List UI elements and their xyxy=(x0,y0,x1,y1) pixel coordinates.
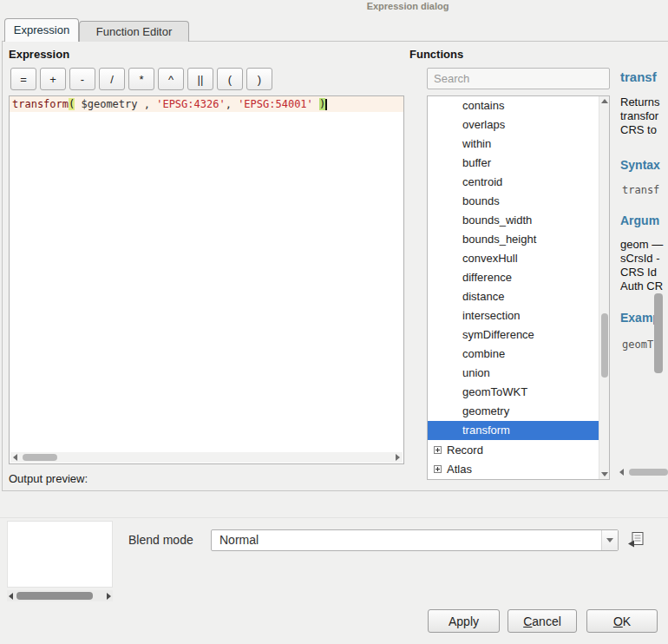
tab-expression[interactable]: Expression xyxy=(4,18,79,42)
preview-horizontal-scrollbar[interactable] xyxy=(7,590,113,601)
preview-box xyxy=(7,521,113,588)
function-list-item[interactable]: bounds_width xyxy=(428,211,599,230)
help-function-title: transf xyxy=(620,69,657,84)
function-list-item[interactable]: convexHull xyxy=(428,249,599,268)
function-list-item[interactable]: combine xyxy=(428,345,599,364)
help-description-line: Returns xyxy=(620,95,660,109)
operator-power-button[interactable]: ^ xyxy=(158,68,184,90)
ok-button[interactable]: OK xyxy=(586,609,658,633)
operator-concat-button[interactable]: || xyxy=(187,68,213,90)
operator-close-paren-button[interactable]: ) xyxy=(246,68,272,90)
scrollbar-thumb[interactable] xyxy=(16,592,93,600)
data-defined-override-icon xyxy=(627,530,645,549)
help-argument-line: sCrsId - xyxy=(620,252,663,266)
function-list-item[interactable]: contains xyxy=(428,96,599,115)
expression-editor[interactable]: transform( $geometry , 'EPSG:4326', 'EPS… xyxy=(9,95,404,464)
expression-code-line: transform( $geometry , 'EPSG:4326', 'EPS… xyxy=(10,96,403,112)
cancel-button[interactable]: Cancel xyxy=(508,609,577,633)
help-horizontal-scrollbar[interactable] xyxy=(618,467,668,477)
operator-equals-button[interactable]: = xyxy=(10,68,36,90)
help-syntax-code: transf xyxy=(622,184,659,196)
function-list-item[interactable]: union xyxy=(428,364,599,383)
help-argument-line: CRS Id xyxy=(620,266,663,279)
function-group-atlas[interactable]: Atlas xyxy=(428,459,599,478)
function-list-rows: contains overlaps within buffer centroid… xyxy=(428,96,599,478)
scrollbar-thumb[interactable] xyxy=(629,469,668,476)
section-divider xyxy=(0,517,668,518)
scroll-left-icon[interactable] xyxy=(9,593,13,600)
operator-minus-button[interactable]: - xyxy=(69,68,95,90)
blend-mode-combobox[interactable]: Normal xyxy=(211,529,619,551)
scrollbar-thumb[interactable] xyxy=(23,454,57,461)
function-list-item-selected[interactable]: transform xyxy=(428,421,599,440)
function-list: contains overlaps within buffer centroid… xyxy=(427,95,610,480)
scroll-right-icon[interactable] xyxy=(107,593,111,600)
data-defined-override-button[interactable] xyxy=(626,530,646,550)
scroll-down-icon[interactable] xyxy=(601,472,608,476)
cancel-button-label: ancel xyxy=(532,614,560,628)
help-description-line: transfor xyxy=(620,109,660,123)
code-token-string-2: 'EPSG:54001' xyxy=(238,98,313,110)
blend-mode-label: Blend mode xyxy=(128,533,193,547)
code-token-separator: , xyxy=(226,98,238,110)
code-token-function-name: transform xyxy=(12,98,69,110)
operator-open-paren-button[interactable]: ( xyxy=(217,68,243,90)
operator-toolbar: = + - / * ^ || ( ) xyxy=(10,68,272,90)
code-token-close-bracket: ) xyxy=(319,98,325,110)
help-syntax-header: Syntax xyxy=(620,158,660,172)
expand-plus-icon[interactable] xyxy=(434,465,442,473)
operator-divide-button[interactable]: / xyxy=(99,68,125,90)
help-description-line: CRS to xyxy=(620,123,660,137)
operator-plus-button[interactable]: + xyxy=(40,68,66,90)
function-list-item[interactable]: centroid xyxy=(428,173,599,192)
apply-button[interactable]: Apply xyxy=(428,609,500,633)
scrollbar-thumb[interactable] xyxy=(601,313,608,378)
functions-panel-header: Functions xyxy=(409,48,463,61)
scroll-right-icon[interactable] xyxy=(396,454,400,461)
function-list-item[interactable]: geometry xyxy=(428,402,599,421)
function-list-item[interactable]: within xyxy=(428,135,599,154)
function-list-item[interactable]: symDifference xyxy=(428,325,599,345)
function-list-item[interactable]: geomToWKT xyxy=(428,383,599,402)
ok-button-mnemonic: O xyxy=(613,614,623,628)
help-example-code: geomT xyxy=(622,338,653,351)
function-list-scrollbar[interactable] xyxy=(599,96,609,479)
help-argument-line: geom — xyxy=(620,238,663,252)
code-token-argument: $geometry , xyxy=(75,98,156,110)
scroll-left-icon[interactable] xyxy=(619,469,624,476)
scroll-up-icon[interactable] xyxy=(601,99,608,103)
code-token-space xyxy=(313,98,319,110)
function-group-label: Atlas xyxy=(447,463,472,476)
help-arguments-header: Argum xyxy=(620,214,659,227)
help-description: Returns transfor CRS to xyxy=(620,95,660,137)
cancel-button-mnemonic: C xyxy=(523,614,532,628)
function-list-item[interactable]: overlaps xyxy=(428,115,599,135)
help-arguments: geom — sCrsId - CRS Id Auth CR xyxy=(620,238,663,293)
apply-button-label: Apply xyxy=(449,614,479,628)
function-list-item[interactable]: buffer xyxy=(428,154,599,173)
combobox-selected-value: Normal xyxy=(219,530,259,550)
function-group-label: Record xyxy=(447,444,483,457)
function-list-item[interactable]: bounds xyxy=(428,192,599,211)
function-list-item[interactable]: distance xyxy=(428,287,599,306)
text-cursor xyxy=(325,99,327,110)
help-scrollbar-thumb[interactable] xyxy=(654,293,663,373)
code-token-string-1: 'EPSG:4326' xyxy=(156,98,225,110)
function-list-item[interactable]: bounds_height xyxy=(428,230,599,249)
expression-panel-header: Expression xyxy=(9,48,69,61)
operator-multiply-button[interactable]: * xyxy=(128,68,154,90)
function-group-record[interactable]: Record xyxy=(428,440,599,459)
combobox-dropdown-button[interactable] xyxy=(601,530,618,550)
expand-plus-icon[interactable] xyxy=(434,446,442,454)
scroll-left-icon[interactable] xyxy=(13,454,17,461)
tab-function-editor[interactable]: Function Editor xyxy=(79,21,189,42)
help-argument-line: Auth CR xyxy=(620,279,663,293)
function-list-item[interactable]: intersection xyxy=(428,306,599,325)
function-list-item[interactable]: difference xyxy=(428,268,599,287)
ok-button-label: K xyxy=(623,614,631,628)
editor-horizontal-scrollbar[interactable] xyxy=(10,452,403,463)
search-input[interactable] xyxy=(427,68,610,89)
chevron-down-icon xyxy=(606,538,613,542)
window-title: Expression dialog xyxy=(367,1,449,11)
output-preview-label: Output preview: xyxy=(9,472,88,485)
